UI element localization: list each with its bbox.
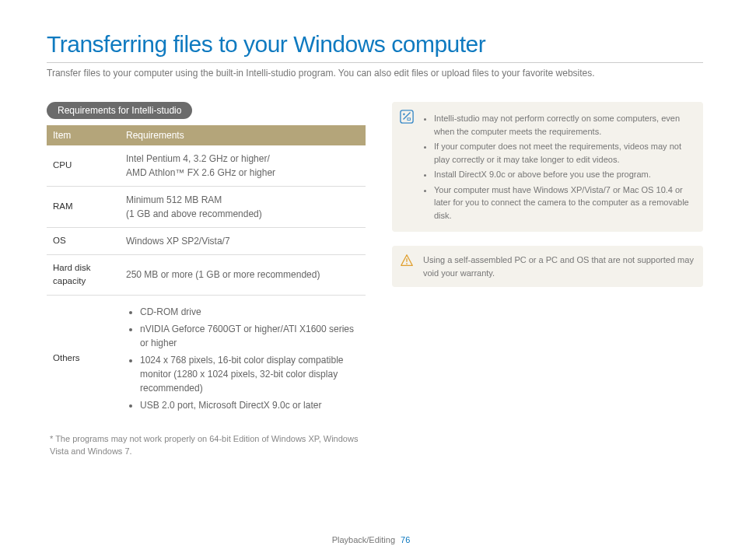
cell-req: Intel Pentium 4, 3.2 GHz or higher/ AMD …	[120, 145, 366, 187]
list-item: CD-ROM drive	[140, 305, 359, 319]
header-requirements: Requirements	[120, 125, 366, 145]
footer-section: Playback/Editing	[332, 535, 395, 544]
note-item: Your computer must have Windows XP/Vista…	[434, 184, 694, 222]
table-row: CPU Intel Pentium 4, 3.2 GHz or higher/ …	[47, 145, 366, 187]
table-row: RAM Minimum 512 MB RAM (1 GB and above r…	[47, 187, 366, 228]
svg-point-3	[406, 263, 408, 264]
table-header-row: Item Requirements	[47, 125, 366, 145]
cell-item: RAM	[47, 187, 120, 228]
cell-req: CD-ROM drive nVIDIA Geforce 7600GT or hi…	[120, 295, 366, 422]
footer-page-number: 76	[401, 535, 410, 544]
note-item: Intelli-studio may not perform correctly…	[434, 112, 694, 138]
svg-rect-1	[408, 118, 411, 121]
note-icon	[400, 110, 414, 124]
cell-req: Minimum 512 MB RAM (1 GB and above recom…	[120, 187, 366, 228]
warning-note-box: Using a self-assembled PC or a PC and OS…	[392, 246, 703, 287]
requirements-table: Item Requirements CPU Intel Pentium 4, 3…	[47, 125, 366, 422]
section-pill: Requirements for Intelli-studio	[47, 102, 192, 119]
list-item: USB 2.0 port, Microsoft DirectX 9.0c or …	[140, 398, 359, 412]
cell-item: Hard disk capacity	[47, 255, 120, 296]
cell-item: CPU	[47, 145, 120, 187]
cell-req: 250 MB or more (1 GB or more recommended…	[120, 255, 366, 296]
table-row: OS Windows XP SP2/Vista/7	[47, 228, 366, 255]
note-item: Install DirectX 9.0c or above before you…	[434, 168, 694, 181]
list-item: 1024 x 768 pixels, 16-bit color display …	[140, 353, 359, 395]
cell-req: Windows XP SP2/Vista/7	[120, 228, 366, 255]
table-row: Hard disk capacity 250 MB or more (1 GB …	[47, 255, 366, 296]
cell-item: OS	[47, 228, 120, 255]
cell-item: Others	[47, 295, 120, 422]
footnote-text: * The programs may not work properly on …	[47, 432, 366, 458]
info-note-box: Intelli-studio may not perform correctly…	[392, 102, 703, 232]
note-item: If your computer does not meet the requi…	[434, 140, 694, 166]
warning-text: Using a self-assembled PC or a PC and OS…	[423, 254, 694, 279]
list-item: nVIDIA Geforce 7600GT or higher/ATI X160…	[140, 322, 359, 350]
warning-icon	[400, 254, 414, 268]
intro-text: Transfer files to your computer using th…	[47, 68, 703, 79]
page-footer: Playback/Editing 76	[0, 535, 742, 544]
table-row: Others CD-ROM drive nVIDIA Geforce 7600G…	[47, 295, 366, 422]
header-item: Item	[47, 125, 120, 145]
divider	[47, 62, 703, 63]
page-title: Transferring files to your Windows compu…	[47, 31, 703, 58]
